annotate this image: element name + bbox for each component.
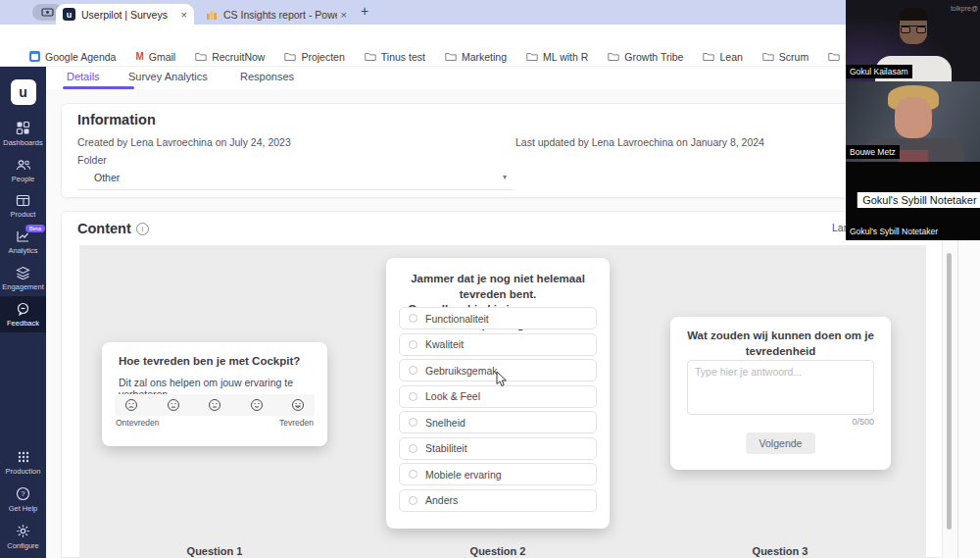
radio-icon	[409, 444, 417, 453]
participant-name: Bouwe Metz	[846, 145, 900, 159]
answer-textarea[interactable]	[687, 360, 874, 415]
bookmark-scrum[interactable]: Scrum	[762, 51, 808, 63]
option-label: Anders	[425, 494, 458, 506]
emoji-slightly-smiling-face-icon[interactable]	[250, 398, 264, 412]
folder-icon	[703, 52, 714, 62]
bookmark-gmail[interactable]: MGmail	[135, 51, 175, 63]
bookmark-recruitnow[interactable]: RecruitNow	[195, 51, 265, 63]
engagement-layers-icon	[16, 266, 30, 279]
folder-icon	[526, 52, 538, 62]
browser-tab-strip: u Userpilot | Surveys × CS Insights repo…	[0, 0, 957, 25]
emoji-slightly-frowning-face-icon[interactable]	[167, 398, 180, 412]
sidebar-item-feedback[interactable]: Feedback	[0, 296, 46, 332]
tab-responses[interactable]: Responses	[240, 71, 294, 82]
option-anders[interactable]: Anders	[399, 489, 597, 512]
bookmarks-bar: Google Agenda MGmail RecruitNow Projecte…	[0, 47, 957, 67]
option-functionaliteit[interactable]: Functionaliteit	[399, 307, 597, 330]
option-label: Stabiliteit	[425, 442, 467, 454]
radio-icon	[409, 314, 417, 323]
sidebar-item-dashboards[interactable]: Dashboards	[0, 115, 46, 152]
updated-by-text: Last updated by Lena Lavroechina on Janu…	[515, 136, 764, 148]
video-call-panel: tolkpre@ Gokul Kailasam Bouwe Metz Gokul…	[846, 0, 980, 240]
close-tab-icon[interactable]: ×	[341, 9, 347, 21]
volgende-button[interactable]: Volgende	[746, 432, 816, 454]
bookmark-lean[interactable]: Lean	[703, 51, 742, 63]
sidebar-item-analytics[interactable]: Beta Analytics	[0, 224, 46, 260]
product-icon	[16, 194, 30, 207]
video-tile-notetaker[interactable]: Gokul's Sybill Notetaker Gokul's Sybill …	[846, 162, 980, 240]
question3-card: Wat zouden wij kunnen doen om je tevrede…	[670, 317, 891, 470]
tab-details[interactable]: Details	[67, 71, 100, 82]
participant-name: Gokul's Sybill Notetaker	[846, 225, 942, 238]
tab-survey-analytics[interactable]: Survey Analytics	[128, 71, 208, 82]
emoji-frowning-face-icon[interactable]	[124, 398, 138, 412]
emoji-neutral-face-icon[interactable]	[208, 398, 221, 412]
active-tab-underline	[63, 86, 134, 89]
option-snelheid[interactable]: Snelheid	[399, 411, 597, 433]
info-icon[interactable]: i	[136, 223, 149, 235]
folder-icon	[284, 52, 296, 62]
production-grid-icon	[17, 450, 30, 464]
information-title: Information	[77, 112, 156, 127]
bookmark-label: Google Agenda	[45, 51, 116, 63]
gmail-icon: M	[135, 51, 143, 62]
option-mobiele-ervaring[interactable]: Mobiele ervaring	[399, 463, 597, 485]
radio-icon	[409, 392, 417, 401]
screen: u Userpilot | Surveys × CS Insights repo…	[0, 0, 980, 558]
bookmark-growth-tribe[interactable]: Growth Tribe	[608, 51, 683, 63]
question3-title-line1: Wat zouden wij kunnen doen om je tevrede…	[687, 330, 874, 357]
participant-silhouette	[895, 97, 932, 138]
sidebar-item-label: Product	[11, 210, 36, 219]
video-tile-bouwe[interactable]: Bouwe Metz	[846, 81, 980, 162]
sidebar-item-product[interactable]: Product	[0, 188, 46, 224]
sidebar-item-people[interactable]: People	[0, 152, 46, 188]
beta-badge: Beta	[25, 225, 45, 232]
sidebar-item-label: People	[12, 175, 34, 183]
sidebar-item-label: Configure	[7, 541, 39, 550]
monitor-icon	[41, 8, 54, 18]
close-tab-icon[interactable]: ×	[181, 9, 187, 21]
new-tab-button[interactable]: +	[361, 3, 368, 19]
notetaker-display-name: Gokul's Sybill Notetaker	[858, 192, 980, 208]
emoji-grinning-face-icon[interactable]	[291, 398, 305, 412]
radio-icon	[409, 340, 417, 349]
sidebar-item-label: Get Help	[9, 504, 38, 513]
tab-powerbi-report[interactable]: CS Insights report - Power BI ×	[199, 4, 354, 25]
bookmark-label: Marketing	[462, 51, 507, 63]
question2-card: Jammer dat je nog niet helemaal tevreden…	[386, 258, 610, 529]
option-kwaliteit[interactable]: Kwaliteit	[399, 333, 597, 356]
bookmark-projecten[interactable]: Projecten	[284, 51, 344, 63]
glasses-icon	[901, 25, 926, 32]
participant-name: Gokul Kailasam	[846, 65, 912, 78]
sidebar-item-production[interactable]: Production	[0, 444, 46, 481]
question3-label: Question 3	[753, 545, 808, 557]
people-icon	[16, 158, 31, 172]
information-card: Information Created by Lena Lavroechina …	[61, 103, 943, 198]
bookmark-google-agenda[interactable]: Google Agenda	[29, 51, 116, 63]
option-stabiliteit[interactable]: Stabiliteit	[399, 437, 597, 460]
video-tile-gokul[interactable]: tolkpre@ Gokul Kailasam	[846, 0, 980, 81]
bookmark-label: RecruitNow	[212, 51, 265, 63]
sidebar-item-configure[interactable]: Configure	[0, 518, 46, 558]
folder-icon	[828, 52, 840, 62]
bookmark-ml-with-r[interactable]: ML with R	[526, 51, 588, 63]
bookmark-marketing[interactable]: Marketing	[445, 51, 507, 63]
survey-preview-canvas: Hoe tevreden ben je met Cockpit? Dit zal…	[79, 245, 926, 558]
vertical-scrollbar[interactable]	[947, 253, 952, 530]
userpilot-logo[interactable]: u	[11, 79, 36, 105]
sidebar-item-engagement[interactable]: Engagement	[0, 260, 46, 296]
sidebar-item-get-help[interactable]: ? Get Help	[0, 481, 46, 518]
created-by-text: Created by Lena Lavroechina on July 24, …	[77, 136, 291, 148]
userpilot-app: u Dashboards People Product Beta Ana	[0, 67, 957, 558]
emoji-rating-scale	[115, 394, 315, 416]
tab-title: CS Insights report - Power BI	[223, 9, 337, 21]
bookmark-label: Tinus test	[381, 51, 425, 63]
folder-select[interactable]: Other ▾	[77, 165, 513, 190]
option-look-feel[interactable]: Look & Feel	[399, 385, 597, 408]
tab-userpilot-surveys[interactable]: u Userpilot | Surveys ×	[56, 4, 194, 25]
bookmark-tinus-test[interactable]: Tinus test	[365, 51, 425, 63]
question1-title: Hoe tevreden ben je met Cockpit?	[119, 355, 300, 367]
folder-icon	[445, 52, 457, 62]
option-label: Snelheid	[425, 417, 466, 429]
bookmark-label: Growth Tribe	[624, 51, 683, 63]
